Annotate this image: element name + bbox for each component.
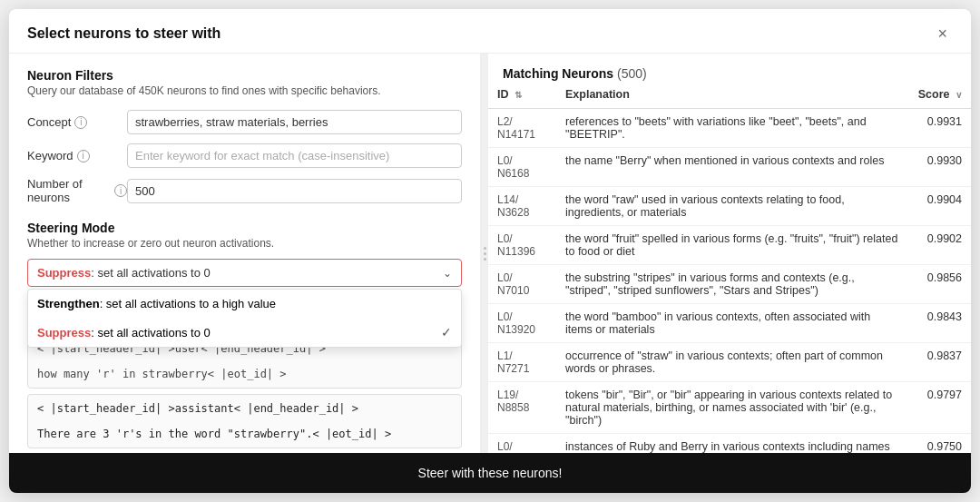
filters-section: Neuron Filters Query our database of 450… [27, 68, 462, 213]
steering-dropdown-menu: Strengthen: set all activations to a hig… [27, 289, 462, 348]
neurons-table: ID ⇅ Explanation Score ∨ [488, 81, 971, 453]
neuron-explanation-cell: the word "fruit" spelled in various form… [556, 226, 907, 265]
suppress-rest: : set all activations to 0 [91, 326, 211, 340]
neurons-table-container[interactable]: ID ⇅ Explanation Score ∨ [488, 81, 971, 453]
neuron-id-cell: L0/ N7010 [488, 265, 556, 304]
matching-neurons-header: Matching Neurons (500) [488, 54, 971, 81]
score-sort-icon: ∨ [956, 90, 962, 100]
keyword-label: Keyword i [27, 149, 127, 162]
neuron-id-cell: L0/ N6168 [488, 148, 556, 187]
neuron-explanation-cell: instances of Ruby and Berry in various c… [556, 434, 907, 454]
strengthen-option-text: Strengthen: set all activations to a hig… [37, 297, 276, 310]
divider-dot-1 [484, 247, 486, 250]
modal-header: Select neurons to steer with × [9, 9, 971, 54]
modal-title: Select neurons to steer with [27, 25, 220, 42]
dropdown-item-strengthen[interactable]: Strengthen: set all activations to a hig… [28, 290, 461, 318]
neuron-id-cell: L0/ N11396 [488, 226, 556, 265]
neuron-explanation-cell: tokens "bir", "Bir", or "bir" appearing … [556, 382, 907, 434]
neuron-score-cell: 0.9930 [907, 148, 971, 187]
neuron-id-cell: L2/ N14171 [488, 109, 556, 148]
divider-dot-3 [484, 258, 486, 261]
panel-divider [481, 54, 488, 453]
filters-subtitle: Query our database of 450K neurons to fi… [27, 84, 462, 97]
modal-container: Select neurons to steer with × Neuron Fi… [9, 9, 971, 493]
modal-body: Neuron Filters Query our database of 450… [9, 54, 971, 453]
concept-label: Concept i [27, 115, 127, 129]
chevron-down-icon: ⌄ [443, 267, 452, 280]
neuron-score-cell: 0.9902 [907, 226, 971, 265]
id-sort-icon: ⇅ [514, 90, 522, 100]
strengthen-rest: : set all activations to a high value [100, 297, 276, 310]
modal-footer: Steer with these neurons! [9, 453, 971, 493]
table-row[interactable]: L2/ N14171references to "beets" with var… [488, 109, 971, 148]
neuron-explanation-cell: the word "bamboo" in various contexts, o… [556, 304, 907, 343]
strengthen-bold: Strengthen [37, 297, 100, 310]
table-row[interactable]: L0/ N11396the word "fruit" spelled in va… [488, 226, 971, 265]
neuron-explanation-cell: the word "raw" used in various contexts … [556, 187, 907, 226]
neuron-score-cell: 0.9843 [907, 304, 971, 343]
divider-handle [484, 247, 486, 261]
divider-dot-2 [484, 252, 486, 255]
neuron-explanation-cell: occurrence of "straw" in various context… [556, 343, 907, 382]
steering-mode-section: Steering Mode Whether to increase or zer… [27, 221, 462, 287]
table-row[interactable]: L1/ N7271occurrence of "straw" in variou… [488, 343, 971, 382]
left-panel: Neuron Filters Query our database of 450… [9, 54, 481, 453]
keyword-row: Keyword i [27, 143, 462, 168]
neuron-explanation-cell: references to "beets" with variations li… [556, 109, 907, 148]
filters-title: Neuron Filters [27, 68, 462, 83]
checkmark-icon: ✓ [441, 325, 452, 340]
steering-mode-dropdown[interactable]: Suppress: set all activations to 0 ⌄ Str… [27, 259, 462, 287]
dropdown-item-suppress[interactable]: Suppress: set all activations to 0 ✓ [28, 318, 461, 347]
steer-button[interactable]: Steer with these neurons! [27, 466, 953, 480]
table-row[interactable]: L0/ N13843instances of Ruby and Berry in… [488, 434, 971, 454]
neuron-count-input[interactable] [127, 179, 462, 203]
keyword-input[interactable] [127, 143, 462, 168]
table-row[interactable]: L0/ N7010the substring "stripes" in vari… [488, 265, 971, 304]
suppress-bold: Suppress [37, 326, 91, 340]
matching-count: (500) [617, 66, 647, 81]
neuron-score-cell: 0.9904 [907, 187, 971, 226]
right-panel: Matching Neurons (500) ID ⇅ Explanation [488, 54, 971, 453]
neuron-count-row: Number of neurons i [27, 177, 462, 204]
neuron-score-cell: 0.9856 [907, 265, 971, 304]
table-row[interactable]: L0/ N13920the word "bamboo" in various c… [488, 304, 971, 343]
close-button[interactable]: × [932, 24, 953, 44]
neuron-score-cell: 0.9750 [907, 434, 971, 454]
suppress-option-text: Suppress: set all activations to 0 [37, 326, 211, 340]
selected-option-text: Suppress: set all activations to 0 [37, 266, 211, 280]
concept-row: Concept i [27, 110, 462, 134]
steering-mode-subtitle: Whether to increase or zero out neuron a… [27, 237, 462, 250]
neuron-explanation-cell: the name "Berry" when mentioned in vario… [556, 148, 907, 187]
id-column-header[interactable]: ID ⇅ [488, 81, 556, 109]
table-header-row: ID ⇅ Explanation Score ∨ [488, 81, 971, 109]
table-row[interactable]: L19/ N8858tokens "bir", "Bir", or "bir" … [488, 382, 971, 434]
neuron-count-info-icon[interactable]: i [114, 184, 127, 197]
concept-input[interactable] [127, 110, 462, 134]
neuron-id-cell: L19/ N8858 [488, 382, 556, 434]
explanation-column-header: Explanation [556, 81, 907, 109]
concept-info-icon[interactable]: i [74, 116, 87, 129]
table-row[interactable]: L0/ N6168the name "Berry" when mentioned… [488, 148, 971, 187]
text-preview-bottom: < |start_header_id| >assistant< |end_hea… [27, 394, 462, 448]
neuron-id-cell: L0/ N13920 [488, 304, 556, 343]
neuron-score-cell: 0.9837 [907, 343, 971, 382]
selected-rest: : set all activations to 0 [91, 266, 211, 280]
selected-bold: Suppress [37, 266, 91, 280]
steering-mode-title: Steering Mode [27, 221, 462, 235]
neuron-id-cell: L1/ N7271 [488, 343, 556, 382]
neuron-count-label: Number of neurons i [27, 177, 127, 204]
neuron-explanation-cell: the substring "stripes" in various forms… [556, 265, 907, 304]
score-column-header[interactable]: Score ∨ [907, 81, 971, 109]
neuron-score-cell: 0.9931 [907, 109, 971, 148]
steering-mode-selected[interactable]: Suppress: set all activations to 0 ⌄ [27, 259, 462, 287]
keyword-info-icon[interactable]: i [77, 150, 90, 162]
neuron-score-cell: 0.9797 [907, 382, 971, 434]
neuron-id-cell: L0/ N13843 [488, 434, 556, 454]
table-row[interactable]: L14/ N3628the word "raw" used in various… [488, 187, 971, 226]
neuron-id-cell: L14/ N3628 [488, 187, 556, 226]
